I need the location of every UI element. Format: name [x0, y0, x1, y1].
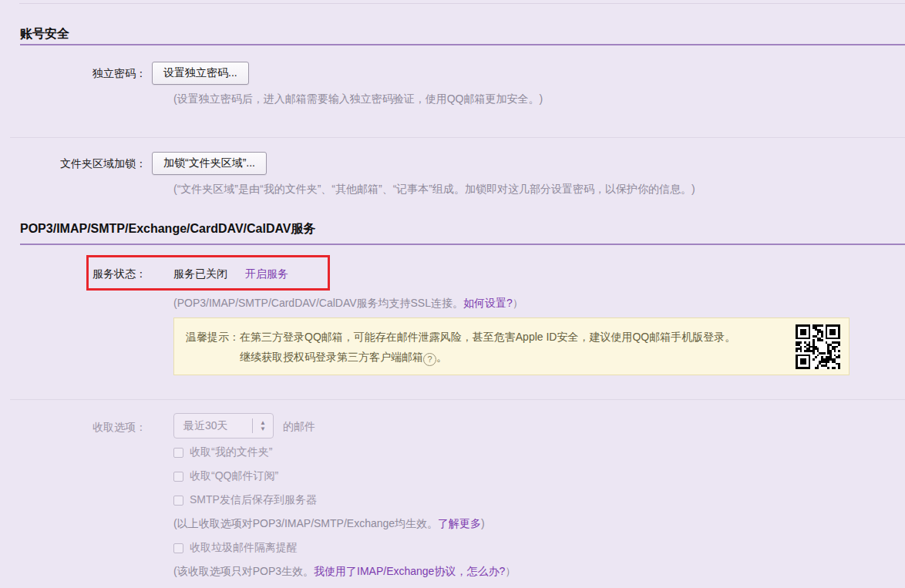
notice-line2: 继续获取授权码登录第三方客户端邮箱	[240, 351, 423, 363]
checkbox-label: 收取“QQ邮件订阅”	[190, 469, 278, 483]
fetch-option-my-folders[interactable]: 收取“我的文件夹”	[173, 445, 272, 459]
top-divider	[19, 3, 905, 4]
how-to-set-link[interactable]: 如何设置?	[463, 297, 513, 309]
notice-body: 在第三方登录QQ邮箱，可能存在邮件泄露风险，甚至危害Apple ID安全，建议使…	[240, 327, 735, 367]
folder-lock-label: 文件夹区域加锁：	[0, 157, 146, 171]
checkbox-icon[interactable]	[173, 448, 183, 458]
notice-line1: 在第三方登录QQ邮箱，可能存在邮件泄露风险，甚至危害Apple ID安全，建议使…	[240, 331, 735, 343]
section-title-pop3-services: POP3/IMAP/SMTP/Exchange/CardDAV/CalDAV服务	[20, 221, 315, 237]
lock-folder-area-button[interactable]: 加锁“文件夹区域”...	[152, 152, 267, 175]
section-rule	[20, 44, 905, 45]
independent-password-hint: (设置独立密码后，进入邮箱需要输入独立密码验证，使用QQ邮箱更加安全。)	[173, 92, 543, 106]
service-status-label: 服务状态：	[0, 267, 146, 281]
checkbox-icon[interactable]	[173, 496, 183, 506]
fetch-options-label: 收取选项：	[0, 421, 146, 435]
fetch-range-dropdown[interactable]: 最近30天 ▲▼	[173, 413, 274, 438]
section-title-account-security: 账号安全	[20, 26, 69, 42]
dropdown-arrows-icon: ▲▼	[253, 420, 273, 432]
warm-notice-box: 温馨提示： 在第三方登录QQ邮箱，可能存在邮件泄露风险，甚至危害Apple ID…	[173, 318, 849, 375]
ssl-hint-text: (POP3/IMAP/SMTP/CardDAV/CalDAV服务均支持SSL连接…	[173, 297, 463, 309]
fetch-options-hint-text: (以上收取选项对POP3/IMAP/SMTP/Exchange均生效。	[173, 517, 438, 529]
fetch-option-smtp-save[interactable]: SMTP发信后保存到服务器	[173, 493, 317, 507]
enable-service-link[interactable]: 开启服务	[245, 267, 288, 281]
spam-option-hint-text: (该收取选项只对POP3生效。	[173, 565, 314, 577]
ssl-hint-close: ）	[513, 297, 523, 309]
checkbox-icon[interactable]	[173, 472, 183, 482]
notice-line2-tail: 。	[436, 351, 447, 363]
checkbox-label: 收取垃圾邮件隔离提醒	[190, 541, 298, 555]
imap-exchange-help-link[interactable]: 我使用了IMAP/Exchange协议，怎么办?	[314, 565, 505, 577]
fetch-range-value: 最近30天	[174, 419, 252, 433]
fetch-options-hint-close: )	[481, 517, 485, 529]
mail-settings-page: 账号安全 独立密码： 设置独立密码... (设置独立密码后，进入邮箱需要输入独立…	[0, 0, 905, 588]
qr-code	[796, 324, 840, 369]
checkbox-label: 收取“我的文件夹”	[190, 445, 272, 459]
learn-more-link[interactable]: 了解更多	[438, 517, 481, 529]
fetch-range-suffix: 的邮件	[283, 420, 315, 434]
row-divider	[10, 137, 905, 138]
folder-lock-hint: (“文件夹区域”是由“我的文件夹”、“其他邮箱”、“记事本”组成。加锁即对这几部…	[173, 183, 695, 197]
section-rule	[20, 244, 905, 245]
checkbox-label: SMTP发信后保存到服务器	[190, 493, 317, 507]
spam-option-hint: (该收取选项只对POP3生效。我使用了IMAP/Exchange协议，怎么办?）	[173, 565, 516, 579]
fetch-option-spam-reminder[interactable]: 收取垃圾邮件隔离提醒	[173, 541, 298, 555]
spam-option-hint-close: ）	[505, 565, 516, 577]
fetch-option-qq-subscription[interactable]: 收取“QQ邮件订阅”	[173, 469, 278, 483]
row-divider	[10, 399, 905, 400]
ssl-hint: (POP3/IMAP/SMTP/CardDAV/CalDAV服务均支持SSL连接…	[173, 297, 523, 311]
notice-label: 温馨提示：	[186, 327, 240, 367]
help-icon[interactable]: ?	[423, 353, 436, 366]
fetch-options-hint: (以上收取选项对POP3/IMAP/SMTP/Exchange均生效。了解更多)	[173, 517, 485, 531]
set-independent-password-button[interactable]: 设置独立密码...	[152, 62, 249, 85]
checkbox-icon[interactable]	[173, 543, 183, 553]
service-status-value: 服务已关闭	[173, 267, 227, 281]
independent-password-label: 独立密码：	[0, 67, 146, 81]
